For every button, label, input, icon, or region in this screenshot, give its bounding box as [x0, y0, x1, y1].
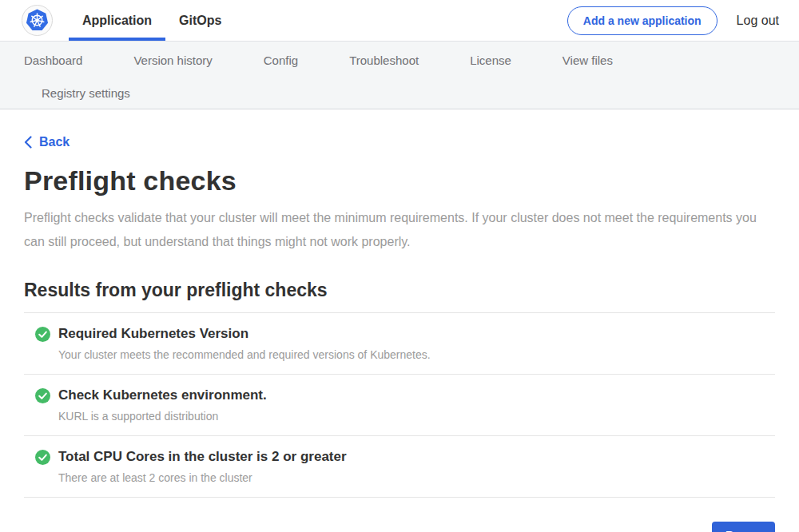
check-title: Required Kubernetes Version — [58, 326, 431, 342]
preflight-check-item: Required Kubernetes Version Your cluster… — [24, 313, 775, 375]
tab-application[interactable]: Application — [69, 0, 165, 41]
kubernetes-logo[interactable] — [22, 5, 53, 36]
results-heading: Results from your preflight checks — [24, 280, 775, 301]
subnav-item-config[interactable]: Config — [264, 54, 298, 67]
page-description: Preflight checks validate that your clus… — [24, 206, 767, 254]
back-link[interactable]: Back — [24, 135, 70, 149]
primary-tabs: Application GitOps — [69, 0, 235, 41]
tab-gitops[interactable]: GitOps — [165, 0, 235, 41]
check-description: There are at least 2 cores in the cluste… — [58, 471, 347, 484]
check-title: Check Kubernetes environment. — [58, 387, 267, 403]
preflight-check-item: Total CPU Cores in the cluster is 2 or g… — [24, 436, 775, 498]
check-pass-icon — [35, 327, 50, 342]
subnav-item-license[interactable]: License — [470, 54, 511, 67]
back-link-label: Back — [39, 135, 70, 149]
subnav-row-2: Registry settings — [0, 78, 799, 109]
check-text: Check Kubernetes environment. KURL is a … — [58, 387, 267, 423]
subnav-row-1: Dashboard Version history Config Trouble… — [0, 42, 799, 78]
preflight-check-item: Check Kubernetes environment. KURL is a … — [24, 375, 775, 436]
rerun-button[interactable]: Re-run — [712, 522, 775, 532]
top-header: Application GitOps Add a new application… — [0, 0, 799, 41]
footer-actions: Re-run — [24, 522, 775, 532]
logout-link[interactable]: Log out — [737, 14, 779, 28]
subnav-item-version-history[interactable]: Version history — [133, 54, 212, 67]
chevron-left-icon — [24, 136, 32, 149]
check-description: Your cluster meets the recommended and r… — [58, 348, 431, 361]
subnav-item-troubleshoot[interactable]: Troubleshoot — [349, 54, 419, 67]
page-title: Preflight checks — [24, 165, 775, 197]
check-pass-icon — [35, 388, 50, 403]
main-content: Back Preflight checks Preflight checks v… — [0, 109, 799, 532]
app-subnav: Dashboard Version history Config Trouble… — [0, 41, 799, 109]
add-new-application-button[interactable]: Add a new application — [567, 6, 718, 35]
kubernetes-logo-icon — [24, 7, 50, 34]
check-description: KURL is a supported distribution — [58, 410, 267, 423]
tab-gitops-label: GitOps — [179, 14, 221, 28]
check-text: Total CPU Cores in the cluster is 2 or g… — [58, 449, 347, 484]
check-pass-icon — [35, 450, 50, 465]
subnav-item-dashboard[interactable]: Dashboard — [24, 54, 82, 67]
check-title: Total CPU Cores in the cluster is 2 or g… — [58, 449, 347, 465]
tab-application-label: Application — [82, 14, 152, 28]
header-right: Add a new application Log out — [567, 6, 779, 35]
check-text: Required Kubernetes Version Your cluster… — [58, 326, 431, 361]
subnav-item-registry-settings[interactable]: Registry settings — [42, 86, 130, 100]
preflight-checks-list: Required Kubernetes Version Your cluster… — [24, 312, 775, 498]
subnav-item-view-files[interactable]: View files — [562, 54, 613, 67]
